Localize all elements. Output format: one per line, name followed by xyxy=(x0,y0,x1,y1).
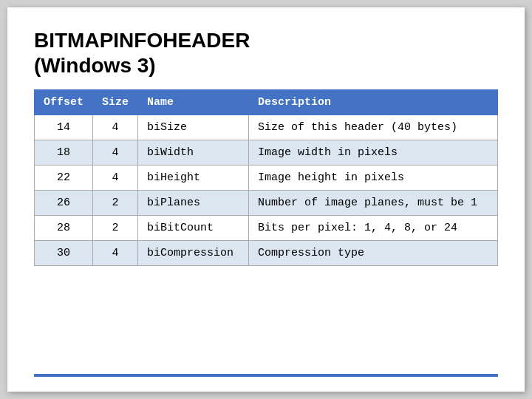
cell-description: Number of image planes, must be 1 xyxy=(249,191,498,216)
data-table: Offset Size Name Description 144biSizeSi… xyxy=(34,89,498,266)
table-row: 144biSizeSize of this header (40 bytes) xyxy=(35,115,498,140)
cell-name: biHeight xyxy=(138,166,249,191)
title-line2: (Windows 3) xyxy=(34,54,156,77)
cell-description: Image width in pixels xyxy=(249,140,498,166)
cell-size: 2 xyxy=(93,191,138,216)
cell-name: biSize xyxy=(138,115,249,140)
title-line1: BITMAPINFOHEADER xyxy=(34,29,250,52)
cell-name: biPlanes xyxy=(138,191,249,216)
cell-offset: 18 xyxy=(35,140,93,166)
table-header-row: Offset Size Name Description xyxy=(35,90,498,115)
cell-description: Image height in pixels xyxy=(249,166,498,191)
cell-name: biBitCount xyxy=(138,216,249,241)
cell-offset: 14 xyxy=(35,115,93,140)
cell-offset: 22 xyxy=(35,166,93,191)
cell-name: biCompression xyxy=(138,241,249,266)
header-description: Description xyxy=(249,90,498,115)
cell-size: 4 xyxy=(93,115,138,140)
cell-offset: 26 xyxy=(35,191,93,216)
table-row: 184biWidthImage width in pixels xyxy=(35,140,498,166)
bottom-accent-line xyxy=(34,374,498,377)
header-size: Size xyxy=(93,90,138,115)
cell-description: Bits per pixel: 1, 4, 8, or 24 xyxy=(249,216,498,241)
table-wrapper: Offset Size Name Description 144biSizeSi… xyxy=(34,89,498,366)
table-row: 262biPlanesNumber of image planes, must … xyxy=(35,191,498,216)
table-row: 304biCompressionCompression type xyxy=(35,241,498,266)
cell-size: 4 xyxy=(93,140,138,166)
header-name: Name xyxy=(138,90,249,115)
cell-size: 2 xyxy=(93,216,138,241)
table-row: 224biHeightImage height in pixels xyxy=(35,166,498,191)
cell-name: biWidth xyxy=(138,140,249,166)
cell-description: Compression type xyxy=(249,241,498,266)
header-offset: Offset xyxy=(35,90,93,115)
cell-size: 4 xyxy=(93,166,138,191)
cell-offset: 30 xyxy=(35,241,93,266)
slide-title: BITMAPINFOHEADER (Windows 3) xyxy=(34,28,498,78)
slide: BITMAPINFOHEADER (Windows 3) Offset Size… xyxy=(7,7,525,392)
cell-size: 4 xyxy=(93,241,138,266)
table-row: 282biBitCountBits per pixel: 1, 4, 8, or… xyxy=(35,216,498,241)
cell-description: Size of this header (40 bytes) xyxy=(249,115,498,140)
cell-offset: 28 xyxy=(35,216,93,241)
